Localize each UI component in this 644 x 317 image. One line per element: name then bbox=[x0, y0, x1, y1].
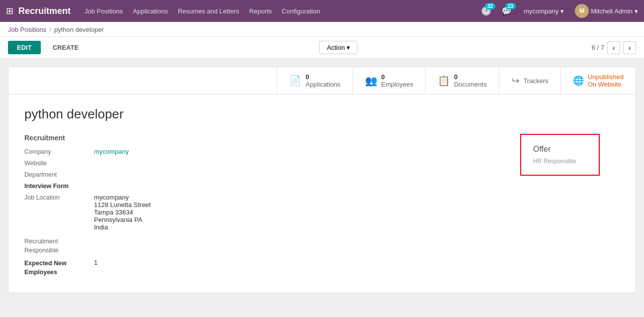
toolbar: EDIT CREATE Action ▾ 6 / 7 ‹ › bbox=[0, 37, 644, 59]
main-content: 📄 0 Applications 👥 0 Employees 📋 0 bbox=[0, 59, 644, 301]
employees-count: 0 bbox=[381, 73, 385, 81]
stat-employees[interactable]: 👥 0 Employees bbox=[353, 67, 425, 94]
edit-button[interactable]: EDIT bbox=[8, 41, 41, 54]
offer-box: Offer HR Responsible bbox=[520, 134, 600, 176]
action-button[interactable]: Action ▾ bbox=[319, 41, 358, 54]
breadcrumb-parent[interactable]: Job Positions bbox=[8, 26, 46, 33]
website-label: Website bbox=[24, 159, 94, 167]
breadcrumb-bar: Job Positions / python developer bbox=[0, 22, 644, 37]
field-expected-employees: Expected NewEmployees 1 bbox=[24, 259, 500, 277]
user-chevron: ▾ bbox=[635, 7, 638, 15]
trackers-icon: ↪ bbox=[511, 75, 520, 87]
toolbar-right: 6 / 7 ‹ › bbox=[592, 41, 636, 54]
field-interview-form: Interview Form bbox=[24, 182, 500, 190]
stats-bar: 📄 0 Applications 👥 0 Employees 📋 0 bbox=[8, 67, 636, 95]
field-recruitment-responsible: RecruitmentResponsible bbox=[24, 237, 500, 255]
location-line-2[interactable]: 1128 Lunetta Street bbox=[94, 201, 151, 209]
recruitment-responsible-label: RecruitmentResponsible bbox=[24, 237, 94, 255]
location-line-5[interactable]: India bbox=[94, 223, 151, 231]
company-label: Company bbox=[24, 148, 94, 155]
company-value[interactable]: mycompany bbox=[94, 148, 129, 155]
record-right: Offer HR Responsible bbox=[520, 134, 620, 281]
location-line-1[interactable]: mycompany bbox=[94, 194, 151, 201]
activity-button[interactable]: 🕐 32 bbox=[481, 6, 491, 16]
user-menu[interactable]: M Mitchell Admin ▾ bbox=[575, 4, 638, 18]
record-body: python developer Recruitment Company myc… bbox=[8, 95, 636, 293]
messages-button[interactable]: 💬 23 bbox=[501, 6, 512, 16]
stat-documents[interactable]: 📋 0 Documents bbox=[425, 67, 499, 94]
job-location-value: mycompany 1128 Lunetta Street Tampa 3363… bbox=[94, 194, 151, 231]
nav-configuration[interactable]: Configuration bbox=[282, 6, 320, 16]
company-label: mycompany bbox=[524, 7, 558, 15]
expected-employees-value: 1 bbox=[94, 259, 97, 266]
company-selector[interactable]: mycompany ▾ bbox=[524, 7, 564, 15]
location-line-3[interactable]: Tampa 33634 bbox=[94, 209, 151, 216]
expected-employees-label: Expected NewEmployees bbox=[24, 259, 94, 277]
field-website: Website bbox=[24, 159, 500, 167]
employees-label: Employees bbox=[381, 81, 413, 88]
user-label: Mitchell Admin bbox=[591, 7, 633, 15]
unpublished-line2: On Website bbox=[588, 81, 622, 88]
stat-applications[interactable]: 📄 0 Applications bbox=[276, 67, 352, 94]
top-navigation: ⊞ Recruitment Job Positions Applications… bbox=[0, 0, 644, 22]
trackers-label: Trackers bbox=[524, 77, 549, 85]
stat-unpublished[interactable]: 🌐 Unpublished On Website bbox=[560, 67, 636, 94]
breadcrumb: Job Positions / python developer bbox=[8, 26, 636, 36]
nav-applications[interactable]: Applications bbox=[133, 6, 168, 16]
nav-reports[interactable]: Reports bbox=[249, 6, 272, 16]
stat-trackers[interactable]: ↪ Trackers bbox=[499, 67, 560, 94]
app-brand[interactable]: Recruitment bbox=[18, 6, 71, 16]
record-left: Recruitment Company mycompany Website De… bbox=[24, 134, 500, 281]
documents-count: 0 bbox=[454, 73, 458, 81]
section-recruitment: Recruitment bbox=[24, 134, 500, 142]
globe-icon: 🌐 bbox=[573, 75, 584, 86]
unpublished-line1: Unpublished bbox=[588, 73, 624, 81]
avatar: M bbox=[575, 4, 589, 18]
record-title: python developer bbox=[24, 106, 620, 122]
create-button[interactable]: CREATE bbox=[46, 41, 86, 54]
field-department: Department bbox=[24, 171, 500, 178]
location-line-4[interactable]: Pennsylvania PA bbox=[94, 216, 151, 223]
action-label: Action bbox=[327, 44, 345, 51]
department-label: Department bbox=[24, 171, 94, 178]
breadcrumb-separator: / bbox=[49, 26, 51, 33]
pagination-label: 6 / 7 bbox=[592, 44, 604, 51]
next-button[interactable]: › bbox=[623, 41, 636, 54]
toolbar-center: Action ▾ bbox=[86, 41, 592, 54]
nav-job-positions[interactable]: Job Positions bbox=[85, 6, 123, 16]
applications-count: 0 bbox=[305, 73, 309, 81]
nav-resumes-letters[interactable]: Resumes and Letters bbox=[178, 6, 239, 16]
offer-subtitle: HR Responsible bbox=[533, 158, 587, 165]
field-company: Company mycompany bbox=[24, 148, 500, 155]
action-chevron-icon: ▾ bbox=[347, 44, 350, 51]
messages-badge: 23 bbox=[505, 3, 516, 9]
documents-label: Documents bbox=[454, 81, 487, 88]
topnav-right: 🕐 32 💬 23 mycompany ▾ M Mitchell Admin ▾ bbox=[481, 4, 638, 18]
prev-button[interactable]: ‹ bbox=[607, 41, 620, 54]
record-card: 📄 0 Applications 👥 0 Employees 📋 0 bbox=[8, 67, 636, 293]
record-columns: Recruitment Company mycompany Website De… bbox=[24, 134, 620, 281]
documents-icon: 📋 bbox=[438, 75, 450, 87]
applications-label: Applications bbox=[305, 81, 340, 88]
breadcrumb-current: python developer bbox=[54, 26, 104, 33]
offer-title: Offer bbox=[533, 145, 587, 154]
interview-form-label: Interview Form bbox=[24, 182, 94, 190]
applications-icon: 📄 bbox=[289, 75, 301, 87]
grid-icon[interactable]: ⊞ bbox=[6, 5, 13, 16]
company-chevron: ▾ bbox=[560, 7, 564, 15]
nav-links: Job Positions Applications Resumes and L… bbox=[85, 6, 481, 16]
job-location-label: Job Location bbox=[24, 194, 94, 201]
activity-badge: 32 bbox=[485, 3, 495, 9]
field-job-location: Job Location mycompany 1128 Lunetta Stre… bbox=[24, 194, 500, 231]
employees-icon: 👥 bbox=[365, 75, 377, 87]
